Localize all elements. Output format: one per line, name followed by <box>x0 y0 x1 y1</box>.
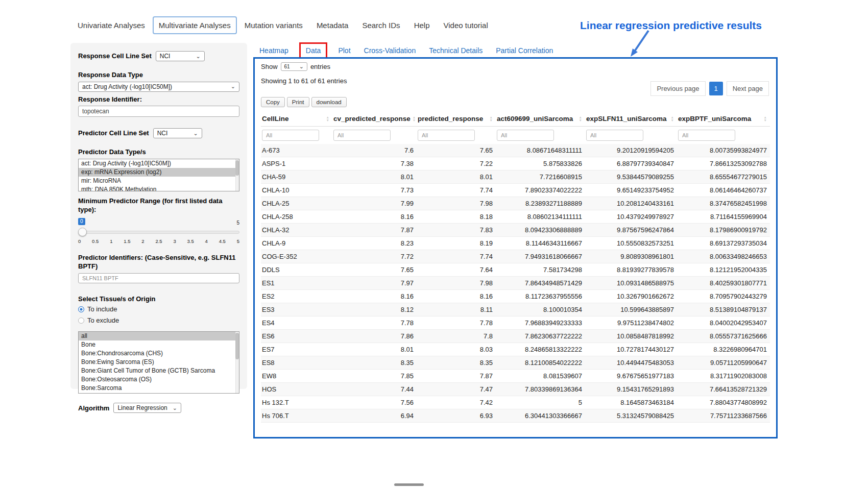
table-row[interactable]: ES47.787.787.968839492333339.97511238474… <box>261 316 770 330</box>
tab-partial-correlation[interactable]: Partial Correlation <box>496 46 553 55</box>
col-header-predicted-response[interactable]: predicted_response▲▼ <box>417 111 496 127</box>
print-button[interactable]: Print <box>287 97 309 107</box>
cell-value: 10.599643885897 <box>585 303 677 316</box>
response-data-type-select[interactable]: act: Drug Activity (-log10[IC50M]) ⌄ <box>78 82 239 92</box>
option-bone-chondrosarcoma-chs[interactable]: Bone:Chondrosarcoma (CHS) <box>79 349 239 358</box>
nav-tab-help[interactable]: Help <box>408 16 436 34</box>
table-row[interactable]: ES67.867.87.8623063772222210.08584878189… <box>261 330 770 343</box>
table-row[interactable]: ES78.018.038.2486581332222210.7278174430… <box>261 343 770 356</box>
nav-tab-univariate-analyses[interactable]: Univariate Analyses <box>71 16 151 34</box>
col-header-cellline[interactable]: CellLine▲▼ <box>261 111 332 127</box>
filter-input-expbptf-unisarcoma[interactable] <box>678 130 735 141</box>
option-bone-osteosarcoma-os[interactable]: Bone:Osteosarcoma (OS) <box>79 375 239 384</box>
scrollbar-thumb[interactable] <box>235 160 239 176</box>
radio-checked-icon[interactable] <box>78 306 84 312</box>
sort-icon[interactable]: ▲▼ <box>490 116 493 122</box>
response-cell-line-set-select[interactable]: NCI ⌄ <box>156 51 205 61</box>
table-row[interactable]: ES28.168.168.1172363795555610.3267901662… <box>261 290 770 303</box>
sort-icon[interactable]: ▲▼ <box>671 116 674 122</box>
current-page-button[interactable]: 1 <box>709 82 723 95</box>
option-mth-dna-850k-methylation[interactable]: mth: DNA 850K Methylation <box>79 185 239 191</box>
option-mir-microrna[interactable]: mir: MicroRNA <box>79 177 239 185</box>
table-row[interactable]: ASPS-17.387.225.8758338266.8879773934084… <box>261 157 770 170</box>
slider-thumb[interactable] <box>78 228 87 236</box>
col-header-expslfn11-unisarcoma[interactable]: expSLFN11_uniSarcoma▲▼ <box>585 111 677 127</box>
tab-technical-details[interactable]: Technical Details <box>429 46 483 55</box>
option-peripheral-nervous-system[interactable]: Peripheral_Nervous_System <box>79 393 239 394</box>
radio-to-include[interactable]: To include <box>78 305 239 313</box>
cell-value: 8.51389104879137 <box>677 303 770 316</box>
response-identifier-input[interactable] <box>78 106 239 117</box>
algorithm-select[interactable]: Linear Regression ⌄ <box>113 403 181 413</box>
tab-heatmap[interactable]: Heatmap <box>259 46 288 55</box>
nav-tab-mutation-variants[interactable]: Mutation variants <box>238 16 309 34</box>
horizontal-scrollbar-thumb[interactable] <box>394 483 424 486</box>
previous-page-button[interactable]: Previous page <box>650 81 705 96</box>
predictor-cell-line-set-select[interactable]: NCI ⌄ <box>153 128 202 138</box>
tab-plot[interactable]: Plot <box>338 46 350 55</box>
table-row[interactable]: CHLA-98.238.198.1144634311666710.5550832… <box>261 237 770 250</box>
col-header-wrap: predicted_response▲▼ <box>418 115 493 123</box>
next-page-button[interactable]: Next page <box>727 81 769 96</box>
filter-input-predicted-response[interactable] <box>418 130 475 141</box>
sort-icon[interactable]: ▲▼ <box>326 116 329 122</box>
table-row[interactable]: COG-E-3527.727.747.949316180666679.80893… <box>261 250 770 263</box>
filter-input-cv-predicted-response[interactable] <box>333 130 391 141</box>
table-row[interactable]: DDLS7.657.647.5817342988.819392778395788… <box>261 263 770 277</box>
table-row[interactable]: A-6737.67.658.086716483111119.2012091959… <box>261 144 770 157</box>
nav-tab-search-ids[interactable]: Search IDs <box>356 16 406 34</box>
filter-input-act609699-unisarcoma[interactable] <box>497 130 554 141</box>
table-row[interactable]: CHLA-257.997.988.2389327118888910.208124… <box>261 197 770 210</box>
table-row[interactable]: EW87.857.878.0815396079.676756519771838.… <box>261 370 770 383</box>
slider-track[interactable] <box>78 231 239 234</box>
cell-value: 7.64 <box>417 263 496 277</box>
col-header-expbptf-unisarcoma[interactable]: expBPTF_uniSarcoma▲▼ <box>677 111 770 127</box>
table-row[interactable]: ES38.128.118.10001035410.5996438858978.5… <box>261 303 770 316</box>
filter-input-expslfn11-unisarcoma[interactable] <box>586 130 643 141</box>
entries-count-select[interactable]: 61 ⌄ <box>281 62 307 71</box>
cell-value: 7.65 <box>332 263 417 277</box>
table-row[interactable]: Hs 132.T7.567.4258.16458734631847.880437… <box>261 396 770 409</box>
filter-input-cellline[interactable] <box>262 130 319 141</box>
table-row[interactable]: Hs 706.T6.946.936.304413033666675.313245… <box>261 409 770 423</box>
sort-icon[interactable]: ▲▼ <box>413 116 416 122</box>
cell-value: 7.581734298 <box>496 263 585 277</box>
option-exp-mrna-expression-log2[interactable]: exp: mRNA Expression (log2) <box>79 168 239 177</box>
download-button[interactable]: download <box>311 97 347 107</box>
radio-unchecked-icon[interactable] <box>78 318 84 324</box>
nav-tab-multivariate-analyses[interactable]: Multivariate Analyses <box>153 16 237 34</box>
min-predictor-range-slider[interactable]: 0 5 <box>78 229 239 236</box>
tab-data[interactable]: Data <box>299 42 328 59</box>
radio-to-exclude[interactable]: To exclude <box>78 316 239 324</box>
table-row[interactable]: CHLA-327.877.838.094233068888899.8756759… <box>261 224 770 237</box>
cell-line-name: ES6 <box>261 330 332 343</box>
option-act-drug-activity-log10-ic50m[interactable]: act: Drug Activity (-log10[IC50M]) <box>79 159 239 168</box>
tab-cross-validation[interactable]: Cross-Validation <box>364 46 416 55</box>
col-header-act609699-unisarcoma[interactable]: act609699_uniSarcoma▲▼ <box>496 111 585 127</box>
list-scrollbar[interactable] <box>235 332 239 393</box>
table-row[interactable]: ES17.977.987.8643494857142910.0931486588… <box>261 277 770 290</box>
list-scrollbar[interactable] <box>235 159 239 191</box>
table-body: A-6737.67.658.086716483111119.2012091959… <box>261 144 770 423</box>
table-row[interactable]: HOS7.447.477.803398691363649.15431765291… <box>261 383 770 396</box>
sort-desc-icon: ▼ <box>490 119 493 122</box>
slider-value-badge: 0 <box>78 218 85 225</box>
nav-tab-metadata[interactable]: Metadata <box>310 16 355 34</box>
copy-button[interactable]: Copy <box>261 97 285 107</box>
option-bone-sarcoma[interactable]: Bone:Sarcoma <box>79 384 239 393</box>
option-all[interactable]: all <box>79 332 239 340</box>
table-row[interactable]: CHA-598.018.017.72166089159.538445790892… <box>261 170 770 184</box>
pagination: Previous page 1 Next page <box>650 81 769 96</box>
sort-icon[interactable]: ▲▼ <box>579 116 582 122</box>
scrollbar-thumb[interactable] <box>235 333 239 359</box>
predictor-identifiers-input[interactable] <box>78 273 239 283</box>
sort-icon[interactable]: ▲▼ <box>764 116 767 122</box>
option-bone-giant-cell-tumor-of-bone-gctb-sarcoma[interactable]: Bone:Giant Cell Tumor of Bone (GCTB) Sar… <box>79 367 239 375</box>
table-row[interactable]: ES88.358.358.1210085402222210.4494475483… <box>261 356 770 370</box>
table-row[interactable]: CHLA-107.737.747.890233740222229.6514923… <box>261 184 770 197</box>
option-bone[interactable]: Bone <box>79 340 239 349</box>
col-header-cv-predicted-response[interactable]: cv_predicted_response▲▼ <box>332 111 417 127</box>
table-row[interactable]: CHLA-2588.168.188.0860213411111110.43792… <box>261 210 770 224</box>
nav-tab-video-tutorial[interactable]: Video tutorial <box>437 16 494 34</box>
option-bone-ewing-sarcoma-es[interactable]: Bone:Ewing Sarcoma (ES) <box>79 358 239 367</box>
